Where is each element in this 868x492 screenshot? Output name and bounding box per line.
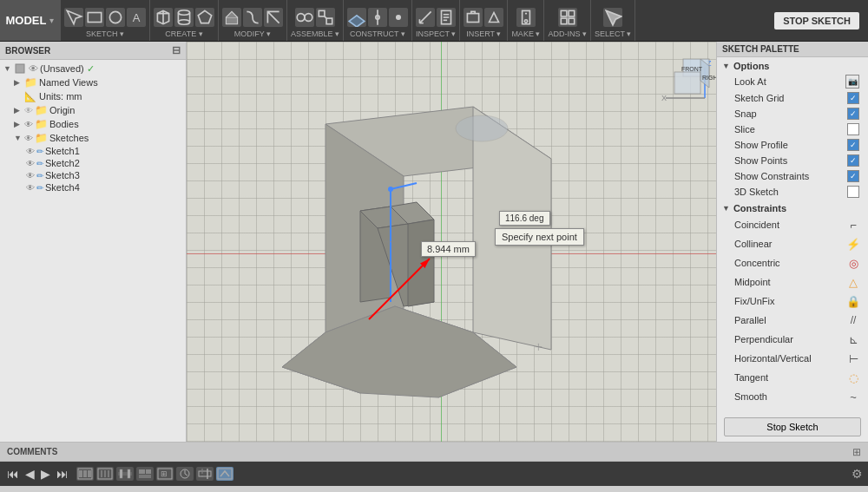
insert-group-label[interactable]: INSERT ▾ <box>466 30 501 41</box>
timeline-icon-2[interactable] <box>96 467 114 481</box>
eye-open-root[interactable]: 👁 <box>29 63 38 74</box>
tree-toggle-bodies[interactable]: ▶ <box>14 120 24 128</box>
tree-toggle-sketches[interactable]: ▼ <box>14 134 24 142</box>
make-icon-1[interactable] <box>516 8 536 27</box>
create-icon-cyl[interactable] <box>174 8 194 27</box>
timeline-icon-3[interactable] <box>116 467 134 481</box>
play-prev[interactable]: ◀ <box>23 467 36 481</box>
timeline-icon-4[interactable] <box>136 467 154 481</box>
palette-show-points[interactable]: Show Points ✓ <box>717 153 868 168</box>
settings-icon-bottom[interactable]: ⚙ <box>852 467 863 481</box>
tree-item-sketches[interactable]: ▼ 👁 📁 Sketches <box>0 131 186 145</box>
insert-icon-2[interactable] <box>484 8 503 27</box>
palette-show-profile[interactable]: Show Profile ✓ <box>717 137 868 153</box>
constraint-smooth[interactable]: Smooth ~ <box>717 387 868 406</box>
modify-icon-2[interactable] <box>243 8 262 27</box>
palette-snap[interactable]: Snap ✓ <box>717 106 868 121</box>
make-group-label[interactable]: MAKE ▾ <box>511 30 540 41</box>
snap-check[interactable]: ✓ <box>847 108 859 120</box>
construct-icon-2[interactable] <box>368 8 387 27</box>
stop-sketch-palette-button[interactable]: Stop Sketch <box>724 417 861 436</box>
browser-collapse-icon[interactable]: ⊟ <box>172 44 181 56</box>
timeline-icon-7[interactable] <box>196 467 214 481</box>
nav-cube-svg[interactable]: Z X FRONT RIGHT <box>657 50 716 107</box>
tree-item-sketch1[interactable]: 👁 ✏ Sketch1 <box>0 145 186 157</box>
palette-show-constraints[interactable]: Show Constraints ✓ <box>717 168 868 184</box>
tree-item-named-views[interactable]: ▶ 📁 Named Views <box>0 75 186 89</box>
play-skip-end[interactable]: ⏭ <box>55 467 70 481</box>
viewport[interactable]: 8.944 mm 116.6 deg Specify next point Z <box>187 42 716 442</box>
palette-3d-sketch[interactable]: 3D Sketch <box>717 184 868 200</box>
slice-check[interactable] <box>847 123 859 135</box>
show-profile-check[interactable]: ✓ <box>847 139 859 151</box>
constraint-coincident[interactable]: Coincident ⌐ <box>717 215 868 234</box>
sketch-icon-rect[interactable] <box>85 8 104 27</box>
select-icon-1[interactable] <box>603 8 622 27</box>
palette-sketch-grid[interactable]: Sketch Grid ✓ <box>717 90 868 106</box>
sketch-icon-select[interactable] <box>64 8 83 27</box>
constraint-perpendicular[interactable]: Perpendicular ⊾ <box>717 330 868 349</box>
assemble-group-label[interactable]: ASSEMBLE ▾ <box>291 30 339 41</box>
assemble-icon-2[interactable] <box>316 8 335 27</box>
construct-group-label[interactable]: CONSTRUCT ▾ <box>350 30 405 41</box>
constraint-concentric[interactable]: Concentric ◎ <box>717 253 868 272</box>
palette-slice[interactable]: Slice <box>717 121 868 137</box>
show-constraints-check[interactable]: ✓ <box>847 170 859 182</box>
constraint-tangent[interactable]: Tangent ◌ <box>717 368 868 387</box>
comments-expand-icon[interactable]: ⊞ <box>852 446 861 458</box>
constraints-section-header[interactable]: ▼ Constraints <box>717 200 868 215</box>
timeline-icon-8[interactable] <box>216 467 233 481</box>
timeline-icon-6[interactable] <box>176 467 194 481</box>
select-group-label[interactable]: SELECT ▾ <box>595 30 631 41</box>
tree-item-sketch4[interactable]: 👁 ✏ Sketch4 <box>0 181 186 194</box>
inspect-icon-2[interactable] <box>437 8 456 27</box>
create-icon-box[interactable] <box>154 8 173 27</box>
modify-icon-1[interactable] <box>222 8 241 27</box>
tree-toggle-named-views[interactable]: ▶ <box>14 78 24 87</box>
stop-sketch-button[interactable]: STOP SKETCH <box>774 12 859 30</box>
timeline-icon-1[interactable] <box>76 467 94 481</box>
eye-sketch1[interactable]: 👁 <box>26 147 35 156</box>
model-dropdown[interactable]: MODEL ▾ <box>0 0 61 41</box>
inspect-group-label[interactable]: INSPECT ▾ <box>416 30 456 41</box>
addins-group-label[interactable]: ADD-INS ▾ <box>548 30 587 41</box>
constraint-equal[interactable]: Equal ═ <box>717 406 868 412</box>
eye-sketch2[interactable]: 👁 <box>26 159 35 168</box>
play-skip-start[interactable]: ⏮ <box>5 467 21 481</box>
tree-toggle-root[interactable]: ▼ <box>3 64 14 73</box>
tree-item-origin[interactable]: ▶ 👁 📁 Origin <box>0 103 186 117</box>
constraint-fix[interactable]: Fix/UnFix 🔒 <box>717 292 868 311</box>
nav-cube[interactable]: Z X FRONT RIGHT <box>657 50 709 102</box>
constraint-collinear[interactable]: Collinear ⚡ <box>717 234 868 253</box>
construct-icon-3[interactable] <box>389 8 408 27</box>
timeline-icon-5[interactable]: ⊞ <box>156 467 174 481</box>
constraint-horiz-vert[interactable]: Horizontal/Vertical ⊢ <box>717 349 868 368</box>
insert-icon-1[interactable] <box>464 8 483 27</box>
tree-item-units[interactable]: 📐 Units: mm <box>0 89 186 103</box>
eye-sketches[interactable]: 👁 <box>24 134 33 143</box>
modify-group-label[interactable]: MODIFY ▾ <box>234 30 271 41</box>
sketch-grid-check[interactable]: ✓ <box>847 92 859 104</box>
tree-item-sketch3[interactable]: 👁 ✏ Sketch3 <box>0 169 186 181</box>
constraint-parallel[interactable]: Parallel // <box>717 311 868 330</box>
palette-look-at[interactable]: Look At 📷 <box>717 73 868 90</box>
addins-icon-1[interactable] <box>558 8 577 27</box>
sketch-icon-circle[interactable] <box>106 8 125 27</box>
show-points-check[interactable]: ✓ <box>847 154 859 167</box>
sketch-icon-text[interactable]: A <box>127 8 146 27</box>
options-section-header[interactable]: ▼ Options <box>717 57 868 73</box>
3d-sketch-check[interactable] <box>847 186 859 198</box>
modify-icon-3[interactable] <box>264 8 283 27</box>
look-at-icon[interactable]: 📷 <box>845 75 859 89</box>
sketch-group-label[interactable]: SKETCH ▾ <box>86 30 124 41</box>
eye-sketch3[interactable]: 👁 <box>26 171 35 180</box>
eye-origin[interactable]: 👁 <box>24 106 33 115</box>
tree-toggle-origin[interactable]: ▶ <box>14 106 24 115</box>
eye-bodies[interactable]: 👁 <box>24 120 33 129</box>
tree-item-root[interactable]: ▼ 👁 (Unsaved) ✓ <box>0 62 186 75</box>
construct-icon-1[interactable] <box>347 8 366 27</box>
inspect-icon-1[interactable] <box>416 8 435 27</box>
eye-sketch4[interactable]: 👁 <box>26 183 35 193</box>
tree-item-bodies[interactable]: ▶ 👁 📁 Bodies <box>0 117 186 131</box>
tree-item-sketch2[interactable]: 👁 ✏ Sketch2 <box>0 157 186 169</box>
